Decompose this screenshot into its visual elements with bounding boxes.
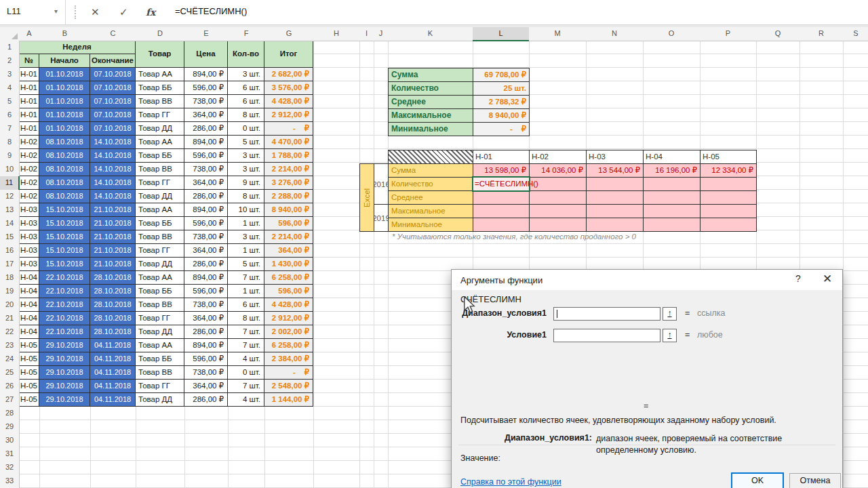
cell-product[interactable]: Товар ВВ [136,95,184,108]
table-header-start[interactable]: Начало [39,54,90,68]
cell-total[interactable]: 1 144,00 ₽ [264,393,313,407]
table-header-product[interactable]: Товар [136,41,184,68]
pivot-empty-cell[interactable] [643,190,701,205]
cell-week-num[interactable]: Н-04 [19,271,39,285]
column-header-N[interactable]: N [586,27,644,41]
cell-qty[interactable]: 7 шт. [228,271,264,285]
cell-price[interactable]: 596,00 ₽ [184,352,228,366]
column-header-I[interactable]: I [359,27,374,41]
cell-total[interactable]: 2 214,00 ₽ [264,163,313,176]
cell-total[interactable]: 2 002,00 ₽ [264,325,313,339]
row-header-13[interactable]: 13 [0,203,20,218]
column-header-J[interactable]: J [374,27,389,41]
column-header-O[interactable]: O [643,27,701,41]
cell-qty[interactable]: 1 шт. [228,285,264,298]
cell-date-end[interactable]: 07.10.2018 [90,95,136,108]
cell-date-end[interactable]: 28.10.2018 [90,271,136,285]
cell-product[interactable]: Товар ДД [136,190,184,203]
cell-qty[interactable]: 0 шт. [228,122,264,136]
cell-date-end[interactable]: 04.11.2018 [90,366,136,380]
cell-week-num[interactable]: Н-04 [19,325,39,339]
cell-price[interactable]: 738,00 ₽ [184,230,228,244]
cell-total[interactable]: 4 470,00 ₽ [264,136,313,149]
column-header-H[interactable]: H [313,27,360,41]
cell-date-start[interactable]: 15.10.2018 [39,258,90,271]
cell-date-start[interactable]: 15.10.2018 [39,230,90,244]
cell-total[interactable]: 4 428,00 ₽ [264,95,313,108]
dialog-close-icon[interactable]: ✕ [818,272,837,287]
cell-date-start[interactable]: 08.10.2018 [39,163,90,176]
cell-product[interactable]: Товар ББ [136,81,184,95]
weekly-sales-table[interactable]: Неделя Товар Цена Кол-во Итог № Начало О… [18,40,313,407]
row-header-6[interactable]: 6 [0,108,20,123]
cell-date-start[interactable]: 01.10.2018 [39,68,90,81]
pivot-empty-cell[interactable] [473,190,530,205]
pivot-row-label[interactable]: Среднее [388,190,473,205]
cell-qty[interactable]: 6 шт. [228,95,264,108]
cell-total[interactable]: 596,00 ₽ [264,217,313,230]
cell-week-num[interactable]: Н-01 [19,81,39,95]
collapse-dialog-icon[interactable]: ↑ [663,307,677,321]
formula-bar-input[interactable]: =СЧЁТЕСЛИМН() [175,6,247,16]
row-header-32[interactable]: 32 [0,461,20,475]
pivot-week-header[interactable]: Н-02 [529,150,587,164]
cell-week-num[interactable]: Н-03 [19,203,39,217]
cell-date-start[interactable]: 01.10.2018 [39,122,90,136]
cell-date-end[interactable]: 21.10.2018 [90,217,136,230]
cell-price[interactable]: 286,00 ₽ [184,190,228,203]
column-header-G[interactable]: G [264,27,314,41]
cell-qty[interactable]: 3 шт. [228,149,264,163]
cell-price[interactable]: 894,00 ₽ [184,68,228,81]
cell-week-num[interactable]: Н-05 [19,366,39,380]
pivot-row-label[interactable]: Количество [388,177,473,191]
cell-qty[interactable]: 3 шт. [228,230,264,244]
editing-cell-L11[interactable]: =СЧЁТЕСЛИМН() [472,176,530,192]
cell-product[interactable]: Товар ДД [136,122,184,136]
table-header-num[interactable]: № [19,54,39,68]
cell-date-start[interactable]: 01.10.2018 [39,108,90,122]
row-header-18[interactable]: 18 [0,271,20,285]
cell-price[interactable]: 738,00 ₽ [184,366,228,380]
cell-date-start[interactable]: 08.10.2018 [39,190,90,203]
column-header-A[interactable]: A [19,27,40,41]
cell-date-start[interactable]: 29.10.2018 [39,339,90,352]
pivot-row-label[interactable]: Сумма [388,163,473,178]
cell-week-num[interactable]: Н-02 [19,163,39,176]
cell-product[interactable]: Товар ДД [136,258,184,271]
cell-product[interactable]: Товар ДД [136,325,184,339]
cell-date-end[interactable]: 04.11.2018 [90,393,136,407]
cell-date-start[interactable]: 15.10.2018 [39,217,90,230]
dialog-titlebar[interactable]: Аргументы функции ? ✕ [452,270,842,290]
cell-total[interactable]: 2 384,00 ₽ [264,352,313,366]
cell-date-end[interactable]: 28.10.2018 [90,298,136,312]
cell-total[interactable]: 3 276,00 ₽ [264,176,313,190]
pivot-empty-cell[interactable] [529,190,587,205]
cell-price[interactable]: 364,00 ₽ [184,108,228,122]
cell-price[interactable]: 738,00 ₽ [184,95,228,108]
summary-value[interactable]: 25 шт. [473,81,530,96]
cell-product[interactable]: Товар ГГ [136,380,184,393]
cell-price[interactable]: 894,00 ₽ [184,271,228,285]
pivot-empty-cell[interactable] [473,218,530,232]
cell-total[interactable]: 2 214,00 ₽ [264,230,313,244]
cell-date-start[interactable]: 29.10.2018 [39,380,90,393]
select-all-corner[interactable] [0,27,20,41]
cell-date-start[interactable]: 01.10.2018 [39,81,90,95]
cell-date-end[interactable]: 21.10.2018 [90,230,136,244]
cell-price[interactable]: 738,00 ₽ [184,298,228,312]
cell-date-end[interactable]: 07.10.2018 [90,122,136,136]
cell-price[interactable]: 286,00 ₽ [184,393,228,407]
cancel-button[interactable]: Отмена [789,473,841,488]
row-header-2[interactable]: 2 [0,54,20,68]
cell-week-num[interactable]: Н-03 [19,258,39,271]
cell-product[interactable]: Товар ВВ [136,163,184,176]
row-header-16[interactable]: 16 [0,244,20,258]
cell-date-end[interactable]: 21.10.2018 [90,258,136,271]
column-header-D[interactable]: D [136,27,185,41]
function-help-link[interactable]: Справка по этой функции [460,477,561,487]
pivot-empty-cell[interactable] [643,204,701,218]
cell-total[interactable]: - ₽ [264,122,313,136]
cell-date-start[interactable]: 22.10.2018 [39,285,90,298]
cell-qty[interactable]: 3 шт. [228,163,264,176]
cell-product[interactable]: Товар АА [136,339,184,352]
